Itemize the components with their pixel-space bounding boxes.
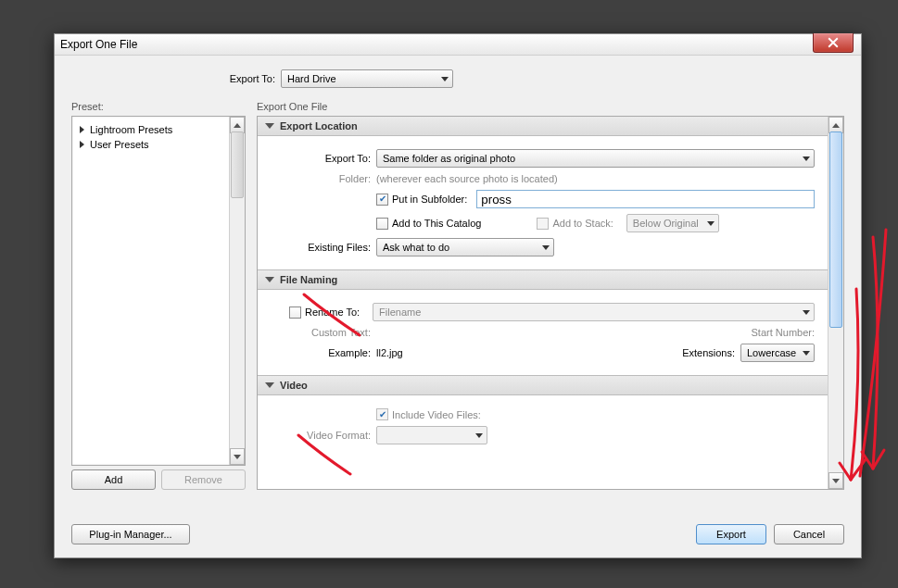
start-number-label: Start Number:	[752, 327, 815, 338]
close-icon	[828, 37, 839, 48]
triangle-right-icon	[80, 141, 84, 148]
section-export-location: Export To: Same folder as original photo…	[258, 136, 828, 269]
scroll-thumb[interactable]	[231, 131, 244, 198]
settings-label: Export One File	[257, 101, 844, 112]
folder-label: Folder:	[271, 173, 371, 184]
triangle-down-icon	[265, 277, 274, 282]
subfolder-input[interactable]	[476, 190, 815, 208]
section-header-export-location[interactable]: Export Location	[258, 117, 828, 136]
example-label: Example:	[271, 347, 371, 358]
export-button[interactable]: Export	[696, 524, 766, 544]
section-header-file-naming[interactable]: File Naming	[258, 269, 828, 290]
add-to-catalog-label: Add to This Catalog	[392, 218, 481, 229]
preset-panel: Preset: Lightroom Presets User Presets	[71, 101, 246, 490]
add-to-stack-label: Add to Stack:	[552, 218, 613, 229]
preset-label: Preset:	[71, 101, 246, 112]
dialog-title: Export One File	[60, 38, 137, 51]
existing-files-label: Existing Files:	[271, 242, 371, 253]
preset-item[interactable]: User Presets	[76, 137, 241, 152]
close-button[interactable]	[813, 33, 854, 53]
export-to-row: Export To: Hard Drive	[71, 69, 844, 88]
chevron-down-icon	[803, 310, 810, 315]
settings-scrollbar[interactable]	[828, 117, 843, 489]
chevron-down-icon	[803, 156, 810, 161]
preset-item[interactable]: Lightroom Presets	[76, 122, 241, 137]
export-location-select[interactable]: Same folder as original photo	[376, 149, 815, 168]
export-to-value: Hard Drive	[287, 73, 336, 84]
preset-buttons: Add Remove	[71, 469, 246, 490]
chevron-down-icon	[707, 221, 715, 226]
dialog-body: Export To: Hard Drive Preset: Lightroom …	[55, 55, 861, 557]
cancel-button[interactable]: Cancel	[774, 524, 844, 544]
export-to-select[interactable]: Hard Drive	[281, 69, 453, 88]
section-video: Include Video Files: Video Format:	[258, 395, 828, 457]
titlebar: Export One File	[55, 34, 861, 56]
triangle-down-icon	[265, 123, 274, 129]
rename-to-checkbox[interactable]	[289, 307, 301, 319]
settings-content: Export Location Export To: Same folder a…	[258, 117, 828, 489]
video-format-select	[376, 426, 487, 444]
example-value: ll2.jpg	[376, 347, 403, 358]
plugin-manager-button[interactable]: Plug-in Manager...	[71, 524, 190, 544]
rename-template-select: Filename	[373, 303, 815, 321]
preset-list[interactable]: Lightroom Presets User Presets	[71, 116, 246, 466]
triangle-down-icon	[265, 382, 274, 388]
export-to-folder-label: Export To:	[271, 153, 371, 164]
existing-files-select[interactable]: Ask what to do	[376, 238, 554, 256]
preset-item-label: Lightroom Presets	[90, 124, 172, 135]
include-video-label: Include Video Files:	[392, 409, 481, 420]
export-dialog: Export One File Export To: Hard Drive Pr…	[54, 33, 862, 558]
custom-text-label: Custom Text:	[271, 327, 371, 338]
dialog-footer: Plug-in Manager... Export Cancel	[71, 524, 844, 544]
rename-to-label: Rename To:	[305, 307, 360, 318]
preset-item-label: User Presets	[90, 139, 149, 150]
scroll-thumb[interactable]	[829, 131, 842, 328]
put-in-subfolder-checkbox[interactable]	[376, 194, 388, 206]
chevron-down-icon	[803, 351, 810, 356]
chevron-down-icon	[475, 433, 483, 438]
put-in-subfolder-label: Put in Subfolder:	[392, 194, 467, 205]
chevron-down-icon	[542, 245, 550, 250]
add-to-catalog-checkbox[interactable]	[376, 218, 388, 230]
scroll-down-button[interactable]	[230, 448, 245, 465]
add-preset-button[interactable]: Add	[71, 469, 156, 490]
folder-value: (wherever each source photo is located)	[376, 173, 558, 184]
chevron-down-icon	[441, 77, 449, 81]
remove-preset-button: Remove	[161, 469, 246, 490]
export-to-label: Export To:	[209, 73, 275, 84]
settings-scroll: Export Location Export To: Same folder a…	[257, 116, 844, 490]
settings-panel: Export One File Export Location Export T…	[257, 101, 844, 490]
triangle-right-icon	[80, 126, 84, 133]
add-to-stack-checkbox	[537, 218, 549, 230]
include-video-checkbox	[376, 408, 388, 420]
extensions-label: Extensions:	[682, 347, 735, 358]
section-header-video[interactable]: Video	[258, 375, 828, 395]
scroll-down-button[interactable]	[828, 472, 843, 489]
preset-scrollbar[interactable]	[229, 117, 245, 465]
section-file-naming: Rename To: Filename Custom Text: Start N…	[258, 290, 828, 375]
columns: Preset: Lightroom Presets User Presets	[71, 101, 844, 490]
stack-position-select: Below Original	[626, 214, 719, 232]
video-format-label: Video Format:	[271, 430, 371, 441]
extensions-select[interactable]: Lowercase	[740, 344, 815, 362]
